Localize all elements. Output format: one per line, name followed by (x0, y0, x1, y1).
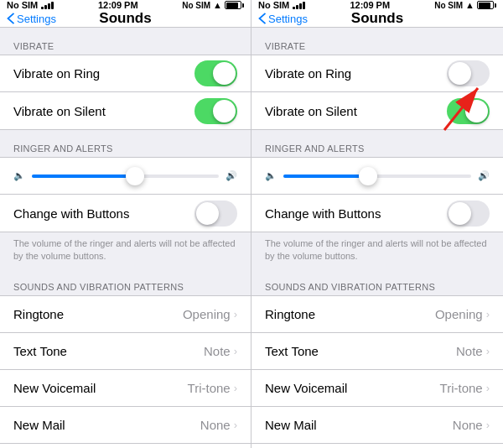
sounds-item-1[interactable]: Text Tone Note › (252, 333, 503, 370)
sounds-item-value-2: Tri-tone (440, 381, 483, 395)
ringer-alerts-table: 🔈 🔊 Change with Buttons (0, 157, 251, 232)
wifi-icon: ▲ (213, 0, 222, 10)
volume-high-icon: 🔊 (478, 170, 490, 181)
status-bar: No SIM 12:09 PM No SIM ▲ (0, 0, 251, 10)
sounds-item-value-2: Tri-tone (188, 381, 231, 395)
ringer-alerts-table: 🔈 🔊 Change with Buttons (252, 157, 503, 232)
vibrate-on-silent-label: Vibrate on Silent (13, 104, 106, 118)
screens-container: No SIM 12:09 PM No SIM ▲ Settings Sounds… (0, 0, 503, 448)
sounds-item-label-3: New Mail (265, 418, 317, 432)
sounds-item-0[interactable]: Ringtone Opening › (252, 296, 503, 333)
carrier-label: No SIM (258, 0, 289, 10)
volume-high-icon: 🔊 (226, 170, 237, 181)
sounds-item-right-0: Opening › (183, 307, 237, 321)
chevron-icon-2: › (486, 382, 490, 394)
vibrate-on-ring-toggle[interactable] (194, 60, 237, 86)
chevron-icon-3: › (486, 419, 490, 431)
sounds-patterns-table: Ringtone Opening › Text Tone Note › New … (252, 295, 503, 448)
sounds-item-right-3: None › (200, 418, 237, 432)
sounds-item-4[interactable]: Sent Mail Swoosh › (0, 444, 251, 448)
sounds-item-right-2: Tri-tone › (188, 381, 237, 395)
sounds-item-2[interactable]: New Voicemail Tri-tone › (252, 370, 503, 407)
status-right: No SIM ▲ (182, 0, 244, 10)
sounds-item-value-0: Opening (435, 307, 483, 321)
nav-bar: Settings Sounds (0, 10, 251, 28)
back-button[interactable]: Settings (258, 13, 308, 25)
battery-icon (477, 1, 496, 9)
chevron-icon-0: › (234, 308, 237, 320)
chevron-icon-2: › (234, 382, 237, 394)
vibrate-on-silent-row[interactable]: Vibrate on Silent (252, 92, 503, 129)
ringer-alerts-header: RINGER AND ALERTS (0, 130, 251, 157)
sounds-item-3[interactable]: New Mail None › (0, 407, 251, 444)
sounds-item-right-0: Opening › (435, 307, 490, 321)
sounds-item-value-0: Opening (183, 307, 231, 321)
change-with-buttons-label: Change with Buttons (265, 206, 381, 221)
chevron-icon-0: › (486, 308, 490, 320)
wifi-icon: ▲ (465, 0, 474, 10)
vibrate-on-silent-label: Vibrate on Silent (265, 104, 357, 118)
sounds-item-1[interactable]: Text Tone Note › (0, 333, 251, 370)
vibrate-on-silent-toggle[interactable] (194, 98, 237, 124)
sounds-patterns-table: Ringtone Opening › Text Tone Note › New … (0, 295, 251, 448)
sounds-item-3[interactable]: New Mail None › (252, 407, 503, 444)
ringer-alerts-header: RINGER AND ALERTS (252, 130, 503, 157)
vibrate-on-ring-label: Vibrate on Ring (13, 66, 100, 81)
volume-low-icon: 🔈 (265, 170, 277, 181)
sounds-item-right-1: Note › (456, 344, 490, 358)
status-time: 12:09 PM (98, 0, 138, 10)
change-with-buttons-row[interactable]: Change with Buttons (252, 195, 503, 232)
sounds-item-value-3: None (200, 418, 231, 432)
vibrate-on-silent-toggle[interactable] (447, 98, 490, 124)
vibrate-on-ring-row[interactable]: Vibrate on Ring (252, 55, 503, 92)
status-bar: No SIM 12:09 PM No SIM ▲ (252, 0, 503, 10)
change-with-buttons-row[interactable]: Change with Buttons (0, 195, 251, 232)
volume-slider-row[interactable]: 🔈 🔊 (0, 158, 251, 195)
sounds-item-4[interactable]: Sent Mail Swoosh › (252, 444, 503, 448)
vibrate-on-ring-label: Vibrate on Ring (265, 66, 351, 81)
vibrate-section-header: VIBRATE (0, 28, 251, 55)
sounds-item-label-1: Text Tone (265, 344, 319, 358)
nav-title: Sounds (99, 10, 151, 27)
volume-slider-track[interactable] (32, 175, 219, 178)
battery-icon (225, 1, 244, 9)
sounds-item-label-2: New Voicemail (265, 381, 347, 395)
vibrate-section-header: VIBRATE (252, 28, 503, 55)
status-left: No SIM (258, 0, 305, 10)
vibrate-on-silent-row[interactable]: Vibrate on Silent (0, 92, 251, 129)
sounds-item-label-1: Text Tone (13, 344, 67, 358)
chevron-icon-1: › (486, 345, 490, 357)
screen-left: No SIM 12:09 PM No SIM ▲ Settings Sounds… (0, 0, 252, 448)
signal-icon (293, 1, 305, 9)
volume-low-icon: 🔈 (13, 170, 25, 181)
carrier-label: No SIM (7, 0, 38, 10)
nav-bar: Settings Sounds (252, 10, 503, 28)
change-with-buttons-label: Change with Buttons (13, 206, 129, 221)
volume-slider-track[interactable] (283, 175, 471, 178)
sounds-item-0[interactable]: Ringtone Opening › (0, 296, 251, 333)
sounds-item-value-3: None (453, 418, 483, 432)
status-right: No SIM ▲ (434, 0, 496, 10)
vibrate-on-ring-toggle[interactable] (447, 60, 490, 86)
nosim-label: No SIM (182, 1, 210, 10)
back-label: Settings (268, 13, 308, 25)
sounds-patterns-header: SOUNDS AND VIBRATION PATTERNS (0, 268, 251, 295)
change-with-buttons-toggle[interactable] (194, 201, 237, 227)
sounds-item-label-3: New Mail (13, 418, 65, 432)
status-left: No SIM (7, 0, 54, 10)
change-with-buttons-toggle[interactable] (447, 201, 490, 227)
vibrate-table: Vibrate on Ring Vibrate on Silent (252, 55, 503, 130)
vibrate-on-ring-row[interactable]: Vibrate on Ring (0, 55, 251, 92)
status-time: 12:09 PM (350, 0, 390, 10)
volume-info-text: The volume of the ringer and alerts will… (252, 232, 503, 268)
sounds-item-2[interactable]: New Voicemail Tri-tone › (0, 370, 251, 407)
nosim-label: No SIM (434, 1, 463, 10)
sounds-item-right-1: Note › (204, 344, 237, 358)
volume-slider-row[interactable]: 🔈 🔊 (252, 158, 503, 195)
sounds-item-value-1: Note (456, 344, 483, 358)
sounds-item-right-2: Tri-tone › (440, 381, 490, 395)
vibrate-table: Vibrate on Ring Vibrate on Silent (0, 55, 251, 130)
sounds-patterns-header: SOUNDS AND VIBRATION PATTERNS (252, 268, 503, 295)
signal-icon (41, 1, 54, 9)
back-button[interactable]: Settings (7, 13, 56, 25)
